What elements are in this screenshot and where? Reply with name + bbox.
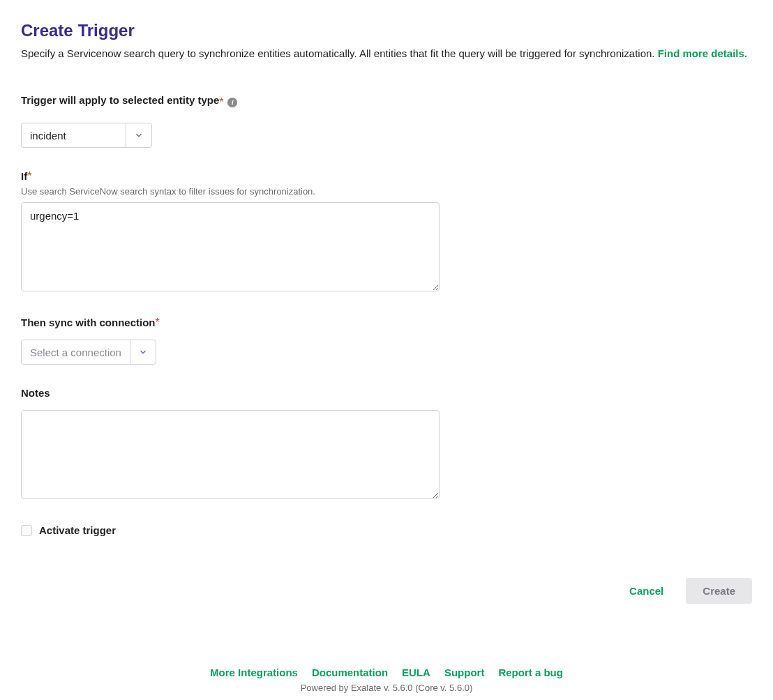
- if-textarea[interactable]: [21, 202, 440, 291]
- activate-group: Activate trigger: [21, 524, 752, 536]
- entity-type-label: Trigger will apply to selected entity ty…: [21, 94, 219, 106]
- connection-group: Then sync with connection* Select a conn…: [21, 317, 752, 365]
- connection-select[interactable]: Select a connection: [21, 340, 156, 365]
- footer-links: More Integrations Documentation EULA Sup…: [21, 667, 752, 678]
- footer-link-support[interactable]: Support: [444, 667, 485, 678]
- chevron-down-icon: [130, 347, 156, 357]
- page-description: Specify a Servicenow search query to syn…: [21, 47, 752, 59]
- connection-label: Then sync with connection: [21, 317, 156, 328]
- notes-textarea[interactable]: [21, 410, 440, 499]
- activate-checkbox[interactable]: [21, 525, 32, 536]
- cancel-button[interactable]: Cancel: [621, 578, 672, 604]
- required-asterisk: *: [219, 96, 223, 109]
- footer: More Integrations Documentation EULA Sup…: [21, 667, 752, 693]
- page-title: Create Trigger: [21, 21, 752, 40]
- footer-powered: Powered by Exalate v. 5.6.0 (Core v. 5.6…: [21, 683, 752, 693]
- entity-type-group: Trigger will apply to selected entity ty…: [21, 94, 752, 148]
- page-description-text: Specify a Servicenow search query to syn…: [21, 47, 658, 59]
- create-button[interactable]: Create: [686, 578, 752, 604]
- required-asterisk: *: [27, 170, 31, 182]
- entity-type-value: incident: [22, 123, 126, 147]
- if-label: If: [21, 170, 27, 182]
- footer-link-eula[interactable]: EULA: [402, 667, 430, 678]
- if-helper-text: Use search ServiceNow search syntax to f…: [21, 186, 752, 197]
- notes-group: Notes: [21, 387, 752, 502]
- connection-placeholder: Select a connection: [22, 340, 130, 364]
- find-more-details-link[interactable]: Find more details.: [658, 47, 747, 59]
- chevron-down-icon: [126, 130, 151, 140]
- footer-link-more-integrations[interactable]: More Integrations: [210, 667, 298, 678]
- entity-type-select[interactable]: incident: [21, 123, 152, 148]
- actions-row: Cancel Create: [21, 578, 752, 604]
- footer-link-report-bug[interactable]: Report a bug: [498, 667, 563, 678]
- activate-label: Activate trigger: [39, 524, 116, 536]
- info-icon[interactable]: i: [227, 98, 237, 107]
- if-group: If* Use search ServiceNow search syntax …: [21, 170, 752, 294]
- required-asterisk: *: [156, 317, 160, 328]
- notes-label: Notes: [21, 387, 50, 399]
- footer-link-documentation[interactable]: Documentation: [312, 667, 388, 678]
